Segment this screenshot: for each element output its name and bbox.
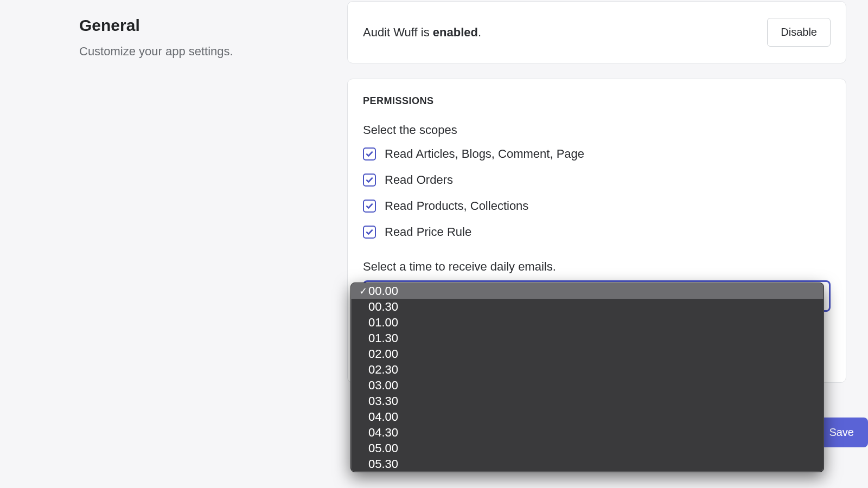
app-status-card: Audit Wuff is enabled. Disable: [347, 1, 846, 63]
scope-checkbox[interactable]: [363, 200, 376, 213]
settings-content: Audit Wuff is enabled. Disable PERMISSIO…: [347, 0, 846, 398]
time-option-label: 04.00: [368, 410, 398, 424]
app-status-suffix: .: [478, 25, 481, 39]
scope-row: Read Price Rule: [363, 225, 831, 239]
scope-label: Read Orders: [385, 173, 453, 187]
time-option[interactable]: 02.30: [351, 362, 824, 377]
scope-checkbox[interactable]: [363, 174, 376, 187]
scopes-label: Select the scopes: [363, 123, 831, 137]
time-option-label: 01.30: [368, 331, 398, 345]
section-subtitle: Customize your app settings.: [79, 44, 347, 59]
app-status-state: enabled: [433, 25, 478, 39]
scope-label: Read Price Rule: [385, 225, 471, 239]
check-icon: [366, 202, 373, 210]
time-option-label: 04.30: [368, 426, 398, 440]
time-option[interactable]: 03.30: [351, 393, 824, 409]
check-icon: [366, 176, 373, 184]
scope-row: Read Orders: [363, 173, 831, 187]
time-option[interactable]: 05.00: [351, 440, 824, 456]
time-option-label: 05.00: [368, 441, 398, 455]
time-option-label: 05.30: [368, 457, 398, 471]
time-option[interactable]: 04.00: [351, 409, 824, 425]
scope-label: Read Products, Collections: [385, 199, 528, 213]
settings-sidebar: General Customize your app settings.: [0, 0, 347, 398]
time-option[interactable]: 01.00: [351, 314, 824, 330]
time-option[interactable]: 05.30: [351, 456, 824, 472]
scope-row: Read Articles, Blogs, Comment, Page: [363, 147, 831, 161]
check-icon: ✓: [358, 285, 368, 297]
email-time-label: Select a time to receive daily emails.: [363, 260, 831, 274]
time-option-label: 02.00: [368, 347, 398, 361]
scope-label: Read Articles, Blogs, Comment, Page: [385, 147, 584, 161]
app-status-prefix: Audit Wuff is: [363, 25, 433, 39]
time-dropdown[interactable]: ✓00.0000.3001.0001.3002.0002.3003.0003.3…: [350, 282, 824, 472]
disable-button[interactable]: Disable: [767, 18, 831, 47]
time-option[interactable]: 04.30: [351, 425, 824, 440]
time-option[interactable]: 00.30: [351, 299, 824, 314]
scope-row: Read Products, Collections: [363, 199, 831, 213]
time-option[interactable]: ✓00.00: [351, 283, 824, 299]
permissions-card: PERMISSIONS Select the scopes Read Artic…: [347, 79, 846, 383]
time-option-label: 00.30: [368, 300, 398, 314]
time-option-label: 00.00: [368, 284, 398, 298]
scope-checkbox[interactable]: [363, 147, 376, 160]
time-option-label: 02.30: [368, 363, 398, 377]
time-option-label: 03.00: [368, 378, 398, 393]
time-option[interactable]: 01.30: [351, 330, 824, 346]
permissions-heading: PERMISSIONS: [363, 95, 831, 107]
time-option[interactable]: 03.00: [351, 377, 824, 393]
app-status-text: Audit Wuff is enabled.: [363, 25, 481, 40]
section-title: General: [79, 16, 347, 35]
time-option-label: 01.00: [368, 316, 398, 330]
time-option[interactable]: 02.00: [351, 346, 824, 362]
time-option-label: 03.30: [368, 394, 398, 408]
scope-checkbox[interactable]: [363, 226, 376, 239]
check-icon: [366, 228, 373, 236]
check-icon: [366, 150, 373, 158]
time-select-wrap: ✓00.0000.3001.0001.3002.0002.3003.0003.3…: [363, 280, 831, 312]
